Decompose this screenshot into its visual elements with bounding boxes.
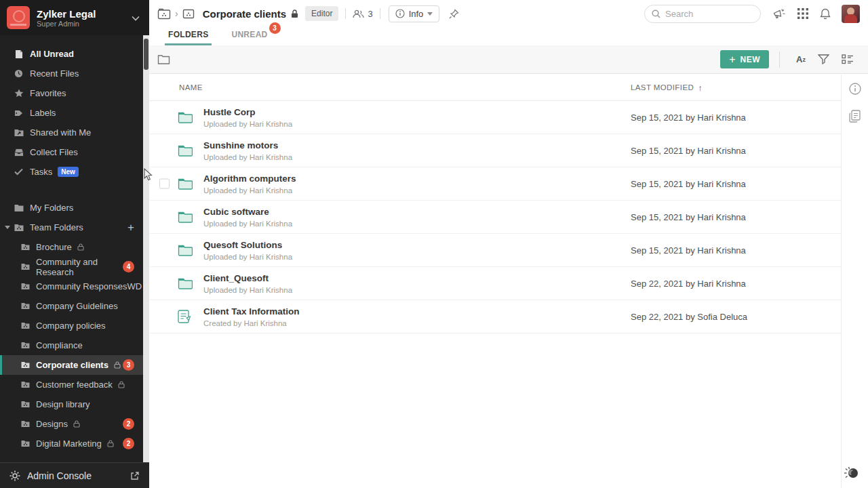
tabs: FOLDERS UNREAD 3: [149, 27, 868, 45]
search-bar[interactable]: [644, 5, 761, 23]
expand-caret-icon[interactable]: [5, 226, 10, 229]
brand-header[interactable]: Zylker Legal Super Admin: [0, 0, 149, 35]
file-name[interactable]: Hustle Corp: [203, 107, 292, 118]
table-row-client-tax-information[interactable]: Client Tax Information Created by Hari K…: [149, 300, 841, 333]
file-subtitle: Uploaded by Hari Krishna: [203, 220, 292, 228]
sidebar-folder-community-and-research[interactable]: Community and Research 4: [0, 257, 143, 277]
file-name[interactable]: Algorithm computers: [203, 174, 296, 184]
sidebar-item-all-unread[interactable]: All Unread: [0, 44, 143, 64]
folder-icon: [178, 144, 193, 157]
apps-grid-icon[interactable]: [797, 8, 808, 19]
avatar[interactable]: [842, 5, 860, 23]
sidebar-folder-community-responseswd[interactable]: Community ResponsesWD: [0, 277, 143, 296]
sidebar-folder-company-policies[interactable]: Company policies: [0, 316, 143, 336]
clock-icon: [14, 69, 24, 78]
folder-icon: [178, 244, 193, 257]
file-name[interactable]: Cubic software: [203, 207, 292, 218]
pin-icon[interactable]: [449, 9, 459, 19]
sidebar-item-label: Company policies: [36, 321, 106, 331]
unread-count-badge: 2: [123, 418, 134, 430]
file-name[interactable]: Sunshine motors: [203, 140, 292, 151]
star-icon: [14, 89, 24, 98]
tab-folders[interactable]: FOLDERS: [168, 30, 208, 45]
team-folder-icon: [20, 243, 31, 251]
table-row-sunshine-motors[interactable]: Sunshine motors Uploaded by Hari Krishna…: [149, 134, 841, 167]
sidebar-item-recent-files[interactable]: Recent Files: [0, 64, 143, 83]
toolbar: + NEW Az: [149, 45, 868, 74]
new-button[interactable]: + NEW: [720, 50, 769, 68]
row-checkbox[interactable]: [159, 179, 170, 189]
sidebar-item-team-folders[interactable]: Team Folders +: [0, 218, 143, 237]
folder-view-icon[interactable]: [157, 54, 170, 65]
folder-icon: [14, 204, 24, 212]
info-icon[interactable]: [842, 83, 868, 95]
main-panel: › Corporate clients Editor 3 Info: [149, 0, 868, 488]
sidebar-item-label: Designs: [36, 419, 68, 429]
templates-icon[interactable]: [842, 110, 868, 123]
table-row-quesoft-solutions[interactable]: Quesoft Solutions Uploaded by Hari Krish…: [149, 234, 841, 267]
team-folder-icon: [20, 420, 31, 428]
sidebar-folder-customer-feedback[interactable]: Customer feedback: [0, 375, 143, 394]
announcements-icon[interactable]: [772, 8, 786, 20]
column-name[interactable]: NAME: [149, 83, 203, 92]
chevron-down-icon[interactable]: [129, 12, 142, 24]
table-row-hustle-corp[interactable]: Hustle Corp Uploaded by Hari Krishna Sep…: [149, 101, 841, 134]
table-row-client-quesoft[interactable]: Client_Quesoft Uploaded by Hari Krishna …: [149, 267, 841, 300]
team-folder-icon: [14, 224, 24, 232]
breadcrumb-team-folder-icon[interactable]: [182, 8, 195, 19]
sidebar-item-tasks[interactable]: Tasks New: [0, 162, 143, 182]
admin-console-button[interactable]: Admin Console: [0, 462, 149, 488]
sidebar-scrollbar[interactable]: [143, 35, 149, 462]
column-last-modified[interactable]: LAST MODIFIED ↑: [631, 83, 703, 93]
info-dropdown[interactable]: Info: [389, 5, 440, 22]
sidebar-folder-digital-marketing[interactable]: Digital Marketing 2: [0, 434, 143, 453]
sidebar-folder-company-guidelines[interactable]: Company Guidelines: [0, 296, 143, 316]
file-name[interactable]: Client_Quesoft: [203, 273, 292, 284]
sidebar-item-shared-with-me[interactable]: Shared with Me: [0, 123, 143, 142]
list-view-icon[interactable]: [842, 54, 854, 64]
last-modified: Sep 15, 2021 by Hari Krishna: [631, 179, 746, 189]
sidebar-item-label: Compliance: [36, 340, 83, 350]
sidebar-folder-design-library[interactable]: Design library: [0, 394, 143, 414]
sidebar-item-my-folders[interactable]: My Folders: [0, 198, 143, 218]
sidebar-folder-compliance[interactable]: Compliance: [0, 336, 143, 355]
file-table: NAME LAST MODIFIED ↑ Hustle Corp Uploade…: [149, 75, 841, 333]
sidebar-scrollbar-thumb[interactable]: [144, 39, 149, 70]
checkmark-icon: [14, 168, 24, 176]
members-button[interactable]: 3: [353, 9, 372, 19]
sidebar-folder-corporate-clients[interactable]: Corporate clients 3: [0, 355, 143, 375]
sidebar-folder-brochure[interactable]: Brochure: [0, 237, 143, 257]
sidebar-item-collect-files[interactable]: Collect Files: [0, 142, 143, 162]
people-icon: [353, 9, 364, 18]
permission-badge[interactable]: Editor: [305, 6, 338, 21]
table-header: NAME LAST MODIFIED ↑: [149, 75, 841, 101]
search-input[interactable]: [665, 9, 747, 19]
sort-az-icon[interactable]: Az: [796, 54, 806, 64]
tab-unread[interactable]: UNREAD 3: [231, 30, 267, 45]
external-link-icon: [130, 471, 140, 481]
theme-toggle-icon[interactable]: [843, 466, 861, 483]
table-row-cubic-software[interactable]: Cubic software Uploaded by Hari Krishna …: [149, 201, 841, 234]
file-name[interactable]: Client Tax Information: [203, 306, 300, 317]
sidebar-item-label: All Unread: [30, 49, 74, 59]
lock-icon: [77, 243, 84, 251]
filter-icon[interactable]: [818, 54, 829, 64]
table-row-algorithm-computers[interactable]: Algorithm computers Uploaded by Hari Kri…: [149, 167, 841, 201]
file-name[interactable]: Quesoft Solutions: [203, 240, 292, 251]
plus-icon[interactable]: +: [127, 222, 134, 233]
chevron-down-icon: [427, 12, 433, 16]
brand-logo: [7, 6, 30, 29]
sidebar-folder-designs[interactable]: Designs 2: [0, 414, 143, 434]
breadcrumb-root-folder-icon[interactable]: [157, 7, 171, 20]
bell-icon[interactable]: [820, 8, 831, 20]
new-feature-badge: New: [58, 167, 79, 177]
sidebar-item-favorites[interactable]: Favorites: [0, 83, 143, 103]
divider: [345, 8, 346, 19]
unread-count-badge: 2: [123, 438, 134, 449]
team-folder-icon: [20, 302, 31, 310]
sidebar-item-labels[interactable]: Labels: [0, 103, 143, 123]
document-icon: [178, 310, 191, 324]
sidebar-item-label: My Folders: [30, 203, 73, 213]
unread-count-badge: 3: [123, 359, 134, 371]
search-icon: [652, 9, 660, 18]
